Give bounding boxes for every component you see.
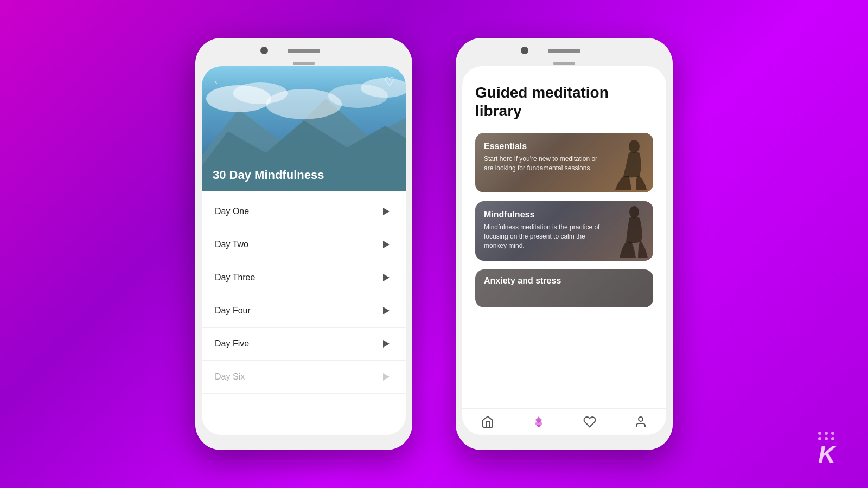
essentials-card[interactable]: Essentials Start here if you're new to m… — [475, 133, 653, 192]
day-two-label: Day Two — [215, 240, 248, 249]
dot-2 — [825, 432, 828, 435]
watermark-area: K — [818, 432, 835, 466]
hero-image: ← ♡ 30 Day Mindfulness — [202, 66, 406, 191]
mindfulness-overlay: Mindfulness Mindfulness meditation is th… — [475, 201, 653, 261]
left-phone: ← ♡ 30 Day Mindfulness Day One Day Two — [195, 38, 412, 450]
anxiety-card[interactable]: Anxiety and stress — [475, 269, 653, 307]
mindfulness-title: Mindfulness — [484, 210, 644, 220]
right-camera — [521, 47, 528, 54]
play-icon-6 — [380, 370, 393, 383]
day-item-5[interactable]: Day Five — [202, 328, 406, 361]
dot-5 — [825, 437, 828, 440]
right-phone-notch — [462, 44, 666, 60]
watermark-k: K — [818, 442, 835, 466]
watermark-dots — [818, 432, 835, 440]
bottom-nav — [462, 408, 666, 435]
day-three-label: Day Three — [215, 273, 255, 282]
right-phone: Guided meditation library Essentials — [456, 38, 673, 450]
svg-point-9 — [537, 425, 540, 427]
essentials-overlay: Essentials Start here if you're new to m… — [475, 133, 653, 192]
day-item-4[interactable]: Day Four — [202, 294, 406, 328]
anxiety-title: Anxiety and stress — [484, 276, 644, 286]
day-item-6[interactable]: Day Six — [202, 361, 406, 394]
hero-nav: ← ♡ — [202, 75, 406, 89]
left-screen: ← ♡ 30 Day Mindfulness Day One Day Two — [202, 66, 406, 435]
play-icon-5 — [380, 337, 393, 350]
dot-4 — [818, 437, 821, 440]
back-button[interactable]: ← — [213, 75, 225, 89]
essentials-title: Essentials — [484, 142, 644, 151]
heart-button[interactable]: ♡ — [384, 75, 395, 89]
mindfulness-desc: Mindfulness meditation is the practice o… — [484, 223, 603, 250]
nav-favorites[interactable] — [583, 415, 596, 428]
day-one-label: Day One — [215, 207, 249, 216]
left-speaker — [288, 49, 320, 53]
essentials-desc: Start here if you're new to meditation o… — [484, 155, 603, 173]
mindfulness-card[interactable]: Mindfulness Mindfulness meditation is th… — [475, 201, 653, 261]
play-icon-4 — [380, 304, 393, 317]
svg-point-10 — [639, 417, 643, 421]
days-list: Day One Day Two Day Three Day Four — [202, 191, 406, 435]
play-icon-1 — [380, 205, 393, 218]
right-screen: Guided meditation library Essentials — [462, 66, 666, 435]
dot-3 — [831, 432, 834, 435]
right-phone-button — [553, 62, 575, 65]
nav-lotus[interactable] — [532, 415, 545, 428]
dot-6 — [831, 437, 834, 440]
day-item-1[interactable]: Day One — [202, 195, 406, 228]
library-title: Guided meditation library — [475, 84, 653, 120]
dot-1 — [818, 432, 821, 435]
nav-profile[interactable] — [634, 415, 647, 428]
play-icon-3 — [380, 271, 393, 284]
hero-title: 30 Day Mindfulness — [213, 168, 324, 182]
nav-home[interactable] — [481, 415, 494, 428]
left-phone-notch — [202, 44, 406, 60]
day-item-2[interactable]: Day Two — [202, 228, 406, 261]
day-item-3[interactable]: Day Three — [202, 261, 406, 294]
day-four-label: Day Four — [215, 306, 251, 316]
phones-container: ← ♡ 30 Day Mindfulness Day One Day Two — [195, 38, 673, 450]
day-six-label: Day Six — [215, 372, 245, 382]
library-content: Guided meditation library Essentials — [462, 66, 666, 408]
left-camera — [260, 47, 268, 54]
right-speaker — [548, 49, 580, 53]
play-icon-2 — [380, 238, 393, 251]
left-phone-button — [293, 62, 315, 65]
day-five-label: Day Five — [215, 339, 249, 349]
